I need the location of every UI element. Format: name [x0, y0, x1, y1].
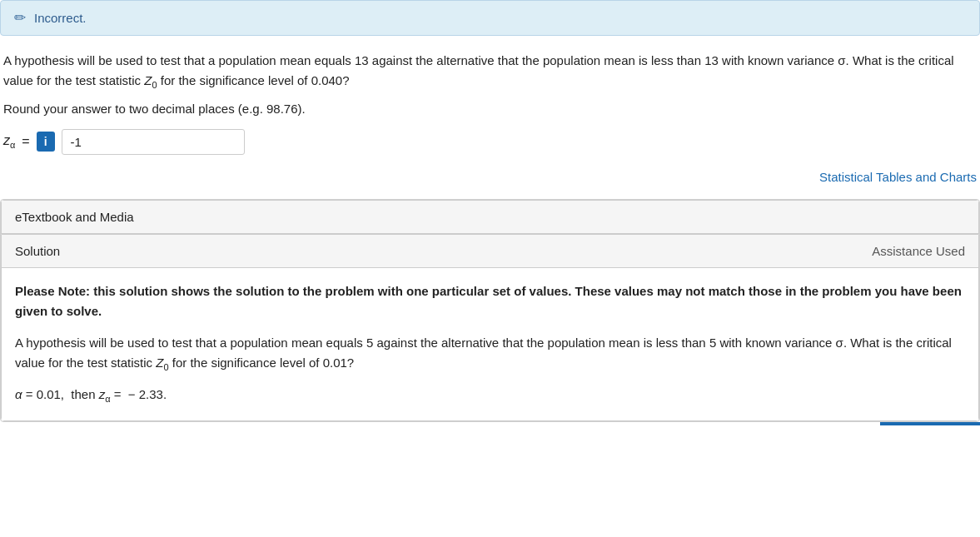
- answer-row: zα = i: [3, 129, 977, 155]
- z-alpha-label: zα: [3, 133, 15, 150]
- info-button[interactable]: i: [37, 132, 55, 152]
- etextbook-header: eTextbook and Media: [2, 201, 978, 234]
- solution-section: Solution Assistance Used Please Note: th…: [1, 234, 979, 421]
- bottom-bar: [880, 422, 980, 425]
- solution-body: Please Note: this solution shows the sol…: [2, 268, 978, 420]
- question-main-text: A hypothesis will be used to test that a…: [3, 51, 977, 93]
- solution-answer: α = 0.01, then zα = − 2.33.: [15, 385, 965, 407]
- etextbook-section: eTextbook and Media: [1, 200, 979, 234]
- pencil-icon: ✏: [14, 9, 26, 27]
- etextbook-label: eTextbook and Media: [15, 210, 134, 224]
- solution-problem: A hypothesis will be used to test that a…: [15, 333, 965, 375]
- stat-tables-link-container: Statistical Tables and Charts: [3, 170, 977, 184]
- solution-header: Solution Assistance Used: [2, 235, 978, 268]
- stat-tables-link[interactable]: Statistical Tables and Charts: [819, 170, 977, 184]
- solution-title: Solution: [15, 244, 60, 258]
- round-instruction: Round your answer to two decimal places …: [3, 102, 977, 116]
- etextbook-solution-container: eTextbook and Media Solution Assistance …: [0, 199, 980, 422]
- question-area: A hypothesis will be used to test that a…: [0, 51, 980, 184]
- solution-note: Please Note: this solution shows the sol…: [15, 281, 965, 321]
- incorrect-banner: ✏ Incorrect.: [0, 0, 980, 36]
- equals-sign: =: [22, 134, 29, 149]
- answer-input[interactable]: [62, 129, 245, 155]
- assistance-used: Assistance Used: [872, 244, 965, 258]
- incorrect-text: Incorrect.: [34, 11, 87, 25]
